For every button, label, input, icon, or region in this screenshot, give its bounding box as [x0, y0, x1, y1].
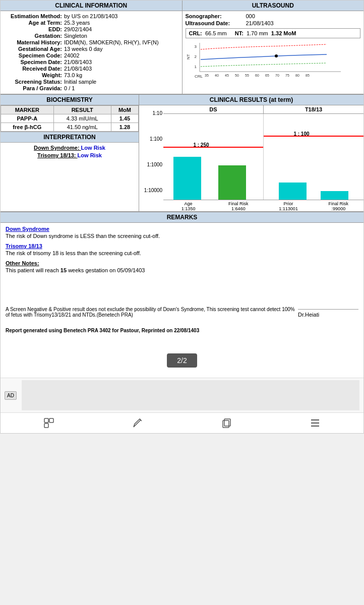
- info-weight: Weight: 73.0 kg: [4, 72, 179, 78]
- col-marker: MARKER: [1, 106, 54, 114]
- biochemistry-panel: BIOCHEMISTRY MARKER RESULT MoM PAPP-A 4.…: [1, 95, 139, 211]
- hcg-marker: free β-hCG: [1, 123, 54, 132]
- nt-label: NT: 1.70 mm 1.32 MoM: [235, 30, 296, 36]
- pappa-result: 4.33 mIU/mL: [53, 114, 111, 123]
- label-specimen-date: Specimen Date:: [4, 59, 64, 65]
- toolbar-btn-1[interactable]: [43, 417, 55, 429]
- info-estimation: Estimation Method: by U/S on 21/08/1403: [4, 13, 179, 19]
- us-date-label: Ultrasound Date:: [186, 20, 246, 26]
- menu-icon: [309, 417, 321, 429]
- info-edd: EDD: 29/02/1404: [4, 26, 179, 32]
- y-label-10000: 1:10000: [142, 188, 162, 193]
- toolbar-btn-3[interactable]: [220, 417, 232, 429]
- other-notes-text: This patient will reach 15 weeks gestati…: [6, 267, 358, 273]
- info-gest-age: Gestational Age: 13 weeks 0 day: [4, 46, 179, 52]
- ad-label: AD: [5, 391, 17, 400]
- ultrasound-panel: ULTRASOUND Sonographer: 000 Ultrasound D…: [183, 1, 364, 94]
- trisomy-title[interactable]: Trisomy 18/13: [6, 243, 358, 249]
- svg-rect-21: [44, 424, 48, 428]
- remarks-body: Down Syndrome The risk of Down syndrome …: [1, 223, 363, 276]
- biochem-header: BIOCHEMISTRY: [1, 95, 139, 105]
- x-label-final: Final Risk: [213, 201, 263, 206]
- biochem-table: MARKER RESULT MoM PAPP-A 4.33 mIU/mL 1.4…: [1, 105, 139, 132]
- t1813-bar-col: 1 : 100: [264, 114, 363, 200]
- middle-row: BIOCHEMISTRY MARKER RESULT MoM PAPP-A 4.…: [1, 94, 363, 212]
- t18-final-bar: [321, 191, 348, 200]
- value-gest-age: 13 weeks 0 day: [64, 46, 179, 52]
- info-received: Received Date: 21/08/1403: [4, 66, 179, 72]
- toolbar-btn-4[interactable]: [309, 417, 321, 429]
- info-gestation: Gestation: Singleton: [4, 33, 179, 39]
- ds-final-bar: [218, 165, 246, 200]
- nt-mom: 1.32 MoM: [271, 30, 296, 36]
- y-label-10: 1:10: [142, 110, 162, 116]
- us-date-row: Ultrasound Date: 21/08/1403: [186, 20, 361, 26]
- ultrasound-body: Sonographer: 000 Ultrasound Date: 21/08/…: [183, 11, 364, 83]
- svg-text:55: 55: [245, 74, 249, 77]
- share-icon: [43, 417, 55, 429]
- nt-value: 1.70 mm: [247, 30, 268, 36]
- trisomy-interp-line: Trisomy 18/13: Low Risk: [5, 152, 135, 158]
- clinical-info-header: CLINICAL INFORMATION: [1, 1, 182, 11]
- toolbar-btn-2[interactable]: [132, 417, 144, 429]
- x-label-age: Age: [163, 201, 213, 206]
- ds-interp-line: Down Syndrome: Low Risk: [5, 145, 135, 151]
- x-label-prior: Prior: [264, 201, 314, 206]
- clinical-info-panel: CLINICAL INFORMATION Estimation Method: …: [1, 1, 183, 94]
- value-gestation: Singleton: [64, 33, 179, 39]
- interp-header: INTERPRETATION: [1, 132, 139, 143]
- cr-header: CLINICAL RESULTS (at term): [139, 95, 363, 105]
- cr-y-axis: 1:10 1:100 1:1000 1:10000: [139, 105, 163, 211]
- top-row: CLINICAL INFORMATION Estimation Method: …: [1, 1, 363, 94]
- biochem-row-hcg: free β-hCG 41.50 ng/mL 1.28: [1, 123, 139, 132]
- us-sonographer-value: 000: [246, 13, 255, 19]
- ds-cutoff-label: 1 : 250: [193, 142, 209, 148]
- x-label-final2: Final Risk: [314, 201, 363, 206]
- footer-left: A Screen Negative & Positive result does…: [6, 307, 298, 318]
- other-notes-bold: 15: [60, 267, 67, 273]
- label-edd: EDD:: [4, 26, 64, 32]
- ds-bar-col: 1 : 250: [163, 114, 264, 200]
- page-indicator: 2/2: [1, 343, 363, 378]
- report-container: CLINICAL INFORMATION Estimation Method: …: [0, 0, 364, 434]
- cr-columns-container: DS T18/13 1 : 250: [163, 105, 363, 211]
- ad-banner: AD: [1, 378, 363, 412]
- other-notes-suffix: weeks gestation on 05/09/1403: [68, 267, 145, 273]
- svg-text:80: 80: [295, 74, 299, 77]
- footer-doctor: Dr.Heiati: [298, 309, 358, 318]
- svg-text:85: 85: [306, 74, 310, 77]
- other-notes-prefix: This patient will reach: [6, 267, 59, 273]
- hcg-mom: 1.28: [111, 123, 138, 132]
- value-para-gravida: 0 / 1: [64, 85, 179, 91]
- label-para-gravida: Para / Gravida:: [4, 85, 64, 91]
- svg-text:60: 60: [255, 74, 259, 77]
- ds-cutoff-line: [163, 147, 263, 148]
- down-syndrome-title[interactable]: Down Syndrome: [6, 226, 358, 232]
- bottom-toolbar: [1, 412, 363, 433]
- trisomy-text: The risk of trisomy 18 is less than the …: [6, 250, 358, 256]
- pencil-icon: [132, 417, 144, 429]
- info-maternal: Maternal History: IDDM(N), SMOKER(N), RH…: [4, 39, 179, 45]
- biochem-row-pappa: PAPP-A 4.33 mIU/mL 1.45: [1, 114, 139, 123]
- svg-text:70: 70: [275, 74, 279, 77]
- ad-content: [22, 380, 359, 410]
- crl-label: CRL: 66.5 mm: [189, 30, 227, 36]
- x-col-final2: Final Risk :99000: [314, 201, 363, 211]
- biochem-table-header-row: MARKER RESULT MoM: [1, 106, 139, 114]
- footer-disclaimer: A Screen Negative & Positive result does…: [1, 276, 363, 328]
- ds-interp-label: Down Syndrome:: [34, 145, 81, 151]
- value-edd: 29/02/1404: [64, 26, 179, 32]
- pappa-mom: 1.45: [111, 114, 138, 123]
- remarks-header: REMARKS: [1, 212, 363, 223]
- value-age: 25.3 years: [64, 20, 179, 26]
- t18-cutoff-label: 1 : 100: [293, 131, 309, 137]
- cr-chart-container: 1:10 1:100 1:1000 1:10000 DS T18/13: [139, 105, 363, 211]
- report-line-text: Report generated using Benetech PRA 3402…: [6, 328, 199, 333]
- disclaimer-text: A Screen Negative & Positive result does…: [6, 307, 298, 318]
- copy-icon: [220, 417, 232, 429]
- svg-rect-24: [224, 419, 230, 426]
- svg-text:45: 45: [225, 74, 229, 77]
- label-maternal: Maternal History:: [4, 39, 64, 45]
- interp-body: Down Syndrome: Low Risk Trisomy 18/13: L…: [1, 143, 139, 162]
- svg-text:40: 40: [215, 74, 219, 77]
